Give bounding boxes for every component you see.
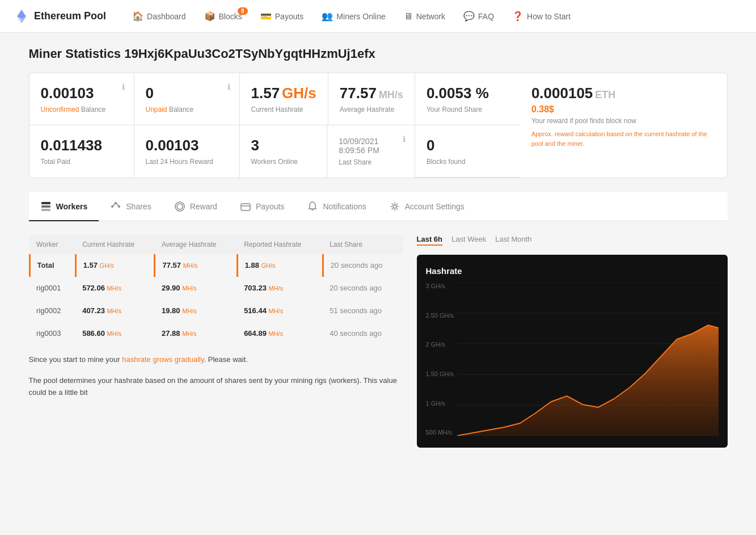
nav-dashboard-label: Dashboard <box>147 12 186 21</box>
dashboard-icon: 🏠 <box>132 11 143 22</box>
nav-network[interactable]: 🖥 Network <box>396 7 453 26</box>
nav-blocks[interactable]: 📦 Blocks 8 <box>196 6 250 26</box>
logo[interactable]: Ethereum Pool <box>14 9 106 24</box>
miners-icon: 👥 <box>322 11 333 22</box>
col-reported: Reported Hashrate <box>237 235 323 254</box>
workers-online-value: 3 <box>251 137 316 154</box>
worker-average-2: 27.88 MH/s <box>155 322 237 345</box>
table-row-total: Total 1.57 GH/s 77.57 MH/s 1.88 GH/s 20 … <box>29 254 403 277</box>
last-share-label: Last Share <box>339 158 403 166</box>
svg-line-10 <box>117 204 119 206</box>
worker-current-1: 407.23 MH/s <box>75 300 155 322</box>
tab-payouts-label: Payouts <box>256 202 285 211</box>
svg-point-16 <box>393 205 396 208</box>
tab-navigation: Workers Shares Reward <box>29 192 728 221</box>
worker-reported-2: 664.89 MH/s <box>237 322 323 345</box>
worker-lastshare-1: 51 seconds ago <box>323 300 403 322</box>
workers-table: Worker Current Hashrate Average Hashrate… <box>29 235 403 345</box>
tab-shares-label: Shares <box>126 202 151 211</box>
total-lastshare: 20 seconds ago <box>323 254 403 277</box>
payouts-tab-icon <box>240 201 251 212</box>
tab-shares[interactable]: Shares <box>99 193 162 221</box>
unpaid-info-icon[interactable]: ℹ <box>227 82 230 91</box>
filter-last6h[interactable]: Last 6h <box>417 235 443 246</box>
last-share-value: 10/09/2021 8:09:56 PM <box>339 137 403 155</box>
shares-tab-icon <box>110 201 121 212</box>
total-paid-label: Total Paid <box>41 158 123 166</box>
reward-eth-value: 0.000105 ETH <box>531 85 716 102</box>
nav-payouts[interactable]: 💳 Payouts <box>252 6 312 26</box>
blocks-found-label: Blocks found <box>426 158 509 166</box>
filter-lastmonth[interactable]: Last Month <box>495 235 531 246</box>
info-text-1: Since you start to mine your hashrate gr… <box>29 354 403 366</box>
current-hashrate-value: 1.57 GH/s <box>251 85 316 102</box>
filter-lastweek[interactable]: Last Week <box>451 235 486 246</box>
nav-miners[interactable]: 👥 Miners Online <box>314 6 393 26</box>
nav-faq[interactable]: 💬 FAQ <box>455 6 502 26</box>
chart-y-labels: 3 GH/s 2.50 GH/s 2 GH/s 1.50 GH/s 1 GH/s… <box>426 283 454 436</box>
tab-reward[interactable]: Reward <box>163 193 229 221</box>
unconfirmed-balance-label: Unconfirmed Balance <box>41 106 123 113</box>
nav-howto[interactable]: ❓ How to Start <box>504 6 578 26</box>
content-area: Worker Current Hashrate Average Hashrate… <box>29 221 728 448</box>
y-label-3: 1.50 GH/s <box>426 370 454 377</box>
reward-tab-icon <box>174 201 185 212</box>
worker-name-0: rig0001 <box>29 277 75 300</box>
nav-payouts-label: Payouts <box>275 12 304 21</box>
worker-lastshare-0: 20 seconds ago <box>323 277 403 300</box>
worker-average-1: 19.80 MH/s <box>155 300 237 322</box>
blocks-icon: 📦 <box>204 11 216 22</box>
howto-icon: ❓ <box>512 11 523 22</box>
stats-container: ℹ 0.00103 Unconfirmed Balance ℹ 0 <box>29 73 728 178</box>
tab-workers[interactable]: Workers <box>29 192 99 221</box>
unconfirmed-balance-card: ℹ 0.00103 Unconfirmed Balance <box>29 73 134 125</box>
workers-online-label: Workers Online <box>251 158 316 166</box>
y-label-2: 2 GH/s <box>426 341 454 348</box>
reward-block: 0.000105 ETH 0.38$ Your reward if pool f… <box>520 73 727 178</box>
col-lastshare: Last Share <box>323 235 403 254</box>
reward-desc: Your reward if pool finds block now <box>531 117 716 125</box>
tab-workers-label: Workers <box>56 202 88 211</box>
current-hashrate-label: Current Hashrate <box>251 106 316 113</box>
round-share-card: 0.0053 % Your Round Share <box>415 73 520 125</box>
nav-faq-label: FAQ <box>478 12 494 21</box>
unconfirmed-balance-value: 0.00103 <box>41 85 123 102</box>
tab-notifications-label: Notifications <box>323 202 366 211</box>
table-body: Total 1.57 GH/s 77.57 MH/s 1.88 GH/s 20 … <box>29 254 403 345</box>
average-hashrate-value: 77.57 MH/s <box>340 85 403 102</box>
nav-dashboard[interactable]: 🏠 Dashboard <box>124 6 194 26</box>
network-icon: 🖥 <box>404 11 413 22</box>
chart-section: Last 6h Last Week Last Month Hashrate 3 … <box>417 235 728 448</box>
notifications-tab-icon <box>307 201 318 212</box>
worker-lastshare-2: 40 seconds ago <box>323 322 403 345</box>
last-share-info-icon[interactable]: ℹ <box>403 134 406 144</box>
blocks-found-card: 0 Blocks found <box>415 125 520 177</box>
logo-text: Ethereum Pool <box>34 10 106 22</box>
navbar: Ethereum Pool 🏠 Dashboard 📦 Blocks 8 💳 P… <box>0 0 756 33</box>
y-label-5: 500 MH/s <box>426 429 454 436</box>
tab-account[interactable]: Account Settings <box>378 193 476 221</box>
table-row: rig0002 407.23 MH/s 19.80 MH/s 516.44 MH… <box>29 300 403 322</box>
round-share-value: 0.0053 % <box>426 85 509 102</box>
ethereum-logo-icon <box>14 9 29 24</box>
last24-reward-card: 0.00103 Last 24 Hours Reward <box>134 125 239 177</box>
faq-icon: 💬 <box>463 11 475 22</box>
average-hashrate-card: 77.57 MH/s Average Hashrate <box>328 73 415 125</box>
hashrate-link[interactable]: hashrate grows gradually <box>122 355 204 364</box>
unconfirmed-info-icon[interactable]: ℹ <box>122 82 125 91</box>
worker-current-2: 586.60 MH/s <box>75 322 155 345</box>
tab-account-label: Account Settings <box>405 202 464 211</box>
tab-payouts[interactable]: Payouts <box>229 193 296 221</box>
tab-notifications[interactable]: Notifications <box>295 193 377 221</box>
worker-name-2: rig0003 <box>29 322 75 345</box>
total-paid-card: 0.011438 Total Paid <box>29 125 134 177</box>
blocks-found-value: 0 <box>426 137 509 154</box>
svg-line-9 <box>113 204 115 206</box>
total-current: 1.57 GH/s <box>75 254 155 277</box>
chart-area: 3 GH/s 2.50 GH/s 2 GH/s 1.50 GH/s 1 GH/s… <box>426 283 719 436</box>
last24-label: Last 24 Hours Reward <box>146 158 228 166</box>
worker-reported-1: 516.44 MH/s <box>237 300 323 322</box>
hashrate-chart: Hashrate 3 GH/s 2.50 GH/s 2 GH/s 1.50 GH… <box>417 255 728 448</box>
stats-middle-block: 1.57 GH/s Current Hashrate 77.57 MH/s Av… <box>240 73 415 178</box>
total-paid-value: 0.011438 <box>41 137 123 154</box>
